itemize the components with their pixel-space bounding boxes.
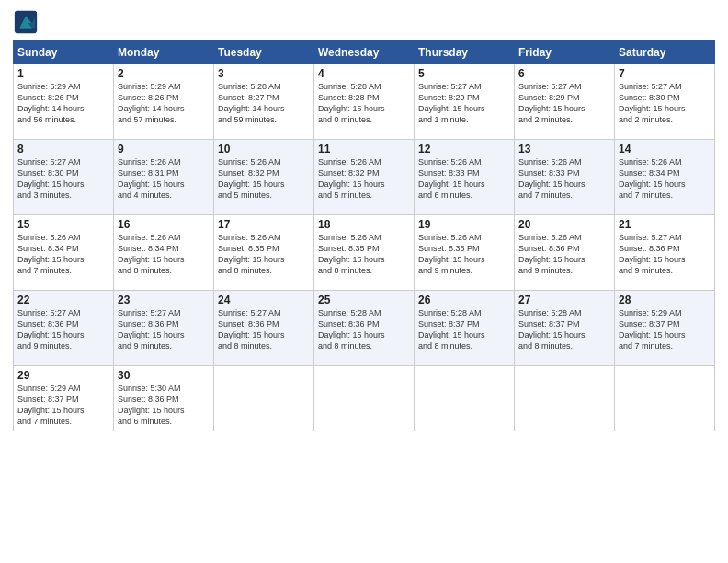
weekday-saturday: Saturday bbox=[615, 41, 715, 64]
day-info: Sunrise: 5:27 AMSunset: 8:29 PMDaylight:… bbox=[418, 81, 510, 126]
calendar-cell: 24Sunrise: 5:27 AMSunset: 8:36 PMDayligh… bbox=[214, 291, 314, 366]
calendar-cell: 21Sunrise: 5:27 AMSunset: 8:36 PMDayligh… bbox=[615, 215, 715, 291]
day-info: Sunrise: 5:26 AMSunset: 8:33 PMDaylight:… bbox=[418, 156, 510, 201]
day-info: Sunrise: 5:26 AMSunset: 8:32 PMDaylight:… bbox=[218, 156, 310, 201]
day-number: 27 bbox=[518, 293, 610, 306]
day-number: 14 bbox=[619, 143, 711, 155]
day-number: 12 bbox=[418, 143, 510, 155]
calendar-cell: 10Sunrise: 5:26 AMSunset: 8:32 PMDayligh… bbox=[214, 140, 314, 215]
day-number: 9 bbox=[118, 143, 210, 155]
day-info: Sunrise: 5:27 AMSunset: 8:36 PMDaylight:… bbox=[17, 307, 109, 352]
day-info: Sunrise: 5:27 AMSunset: 8:36 PMDaylight:… bbox=[118, 307, 210, 352]
day-number: 11 bbox=[318, 143, 410, 155]
logo-icon bbox=[13, 9, 39, 35]
day-info: Sunrise: 5:26 AMSunset: 8:35 PMDaylight:… bbox=[218, 232, 310, 277]
day-info: Sunrise: 5:27 AMSunset: 8:30 PMDaylight:… bbox=[619, 81, 711, 126]
calendar-cell: 25Sunrise: 5:28 AMSunset: 8:36 PMDayligh… bbox=[314, 291, 415, 366]
calendar-cell: 18Sunrise: 5:26 AMSunset: 8:35 PMDayligh… bbox=[314, 215, 415, 291]
day-info: Sunrise: 5:29 AMSunset: 8:26 PMDaylight:… bbox=[17, 81, 109, 126]
day-number: 3 bbox=[218, 67, 310, 80]
day-number: 21 bbox=[619, 218, 711, 231]
calendar-cell: 3Sunrise: 5:28 AMSunset: 8:27 PMDaylight… bbox=[214, 64, 314, 140]
weekday-friday: Friday bbox=[515, 41, 615, 64]
calendar-cell: 4Sunrise: 5:28 AMSunset: 8:28 PMDaylight… bbox=[314, 64, 415, 140]
day-info: Sunrise: 5:28 AMSunset: 8:28 PMDaylight:… bbox=[318, 81, 410, 126]
week-row-5: 29Sunrise: 5:29 AMSunset: 8:37 PMDayligh… bbox=[14, 366, 715, 431]
calendar-cell bbox=[415, 366, 515, 431]
day-number: 30 bbox=[118, 369, 210, 382]
weekday-header-row: SundayMondayTuesdayWednesdayThursdayFrid… bbox=[14, 41, 715, 64]
day-number: 26 bbox=[418, 293, 510, 306]
day-info: Sunrise: 5:26 AMSunset: 8:32 PMDaylight:… bbox=[318, 156, 410, 201]
day-number: 13 bbox=[518, 143, 610, 155]
day-number: 23 bbox=[118, 293, 210, 306]
day-number: 29 bbox=[17, 369, 109, 382]
calendar-cell: 7Sunrise: 5:27 AMSunset: 8:30 PMDaylight… bbox=[615, 64, 715, 140]
day-number: 8 bbox=[17, 143, 109, 155]
day-info: Sunrise: 5:26 AMSunset: 8:35 PMDaylight:… bbox=[418, 232, 510, 277]
day-info: Sunrise: 5:26 AMSunset: 8:36 PMDaylight:… bbox=[518, 232, 610, 277]
day-number: 20 bbox=[518, 218, 610, 231]
day-info: Sunrise: 5:26 AMSunset: 8:35 PMDaylight:… bbox=[318, 232, 410, 277]
day-info: Sunrise: 5:26 AMSunset: 8:31 PMDaylight:… bbox=[118, 156, 210, 201]
week-row-4: 22Sunrise: 5:27 AMSunset: 8:36 PMDayligh… bbox=[14, 291, 715, 366]
weekday-tuesday: Tuesday bbox=[214, 41, 314, 64]
day-info: Sunrise: 5:26 AMSunset: 8:34 PMDaylight:… bbox=[17, 232, 109, 277]
day-number: 4 bbox=[318, 67, 410, 80]
calendar-cell: 26Sunrise: 5:28 AMSunset: 8:37 PMDayligh… bbox=[415, 291, 515, 366]
calendar-cell: 17Sunrise: 5:26 AMSunset: 8:35 PMDayligh… bbox=[214, 215, 314, 291]
day-number: 2 bbox=[118, 67, 210, 80]
calendar-cell: 5Sunrise: 5:27 AMSunset: 8:29 PMDaylight… bbox=[415, 64, 515, 140]
day-info: Sunrise: 5:29 AMSunset: 8:26 PMDaylight:… bbox=[118, 81, 210, 126]
calendar-cell: 19Sunrise: 5:26 AMSunset: 8:35 PMDayligh… bbox=[415, 215, 515, 291]
day-info: Sunrise: 5:27 AMSunset: 8:29 PMDaylight:… bbox=[518, 81, 610, 126]
calendar-cell: 14Sunrise: 5:26 AMSunset: 8:34 PMDayligh… bbox=[615, 140, 715, 215]
weekday-thursday: Thursday bbox=[415, 41, 515, 64]
day-number: 15 bbox=[17, 218, 109, 231]
day-info: Sunrise: 5:27 AMSunset: 8:36 PMDaylight:… bbox=[619, 232, 711, 277]
calendar-cell: 8Sunrise: 5:27 AMSunset: 8:30 PMDaylight… bbox=[14, 140, 114, 215]
calendar-cell bbox=[615, 366, 715, 431]
calendar-cell: 15Sunrise: 5:26 AMSunset: 8:34 PMDayligh… bbox=[14, 215, 114, 291]
day-number: 10 bbox=[218, 143, 310, 155]
day-number: 5 bbox=[418, 67, 510, 80]
week-row-3: 15Sunrise: 5:26 AMSunset: 8:34 PMDayligh… bbox=[14, 215, 715, 291]
day-info: Sunrise: 5:26 AMSunset: 8:34 PMDaylight:… bbox=[619, 156, 711, 201]
day-info: Sunrise: 5:28 AMSunset: 8:36 PMDaylight:… bbox=[318, 307, 410, 352]
day-info: Sunrise: 5:27 AMSunset: 8:30 PMDaylight:… bbox=[17, 156, 109, 201]
weekday-monday: Monday bbox=[114, 41, 214, 64]
logo bbox=[13, 9, 40, 35]
day-number: 25 bbox=[318, 293, 410, 306]
page: SundayMondayTuesdayWednesdayThursdayFrid… bbox=[0, 0, 728, 563]
calendar-cell: 23Sunrise: 5:27 AMSunset: 8:36 PMDayligh… bbox=[114, 291, 214, 366]
calendar-cell: 16Sunrise: 5:26 AMSunset: 8:34 PMDayligh… bbox=[114, 215, 214, 291]
day-number: 18 bbox=[318, 218, 410, 231]
calendar-cell: 29Sunrise: 5:29 AMSunset: 8:37 PMDayligh… bbox=[14, 366, 114, 431]
calendar-cell: 13Sunrise: 5:26 AMSunset: 8:33 PMDayligh… bbox=[515, 140, 615, 215]
calendar-cell: 9Sunrise: 5:26 AMSunset: 8:31 PMDaylight… bbox=[114, 140, 214, 215]
week-row-1: 1Sunrise: 5:29 AMSunset: 8:26 PMDaylight… bbox=[14, 64, 715, 140]
day-info: Sunrise: 5:29 AMSunset: 8:37 PMDaylight:… bbox=[17, 383, 109, 428]
calendar-cell: 27Sunrise: 5:28 AMSunset: 8:37 PMDayligh… bbox=[515, 291, 615, 366]
calendar-cell: 11Sunrise: 5:26 AMSunset: 8:32 PMDayligh… bbox=[314, 140, 415, 215]
calendar-cell: 2Sunrise: 5:29 AMSunset: 8:26 PMDaylight… bbox=[114, 64, 214, 140]
day-info: Sunrise: 5:27 AMSunset: 8:36 PMDaylight:… bbox=[218, 307, 310, 352]
day-number: 19 bbox=[418, 218, 510, 231]
calendar-cell: 28Sunrise: 5:29 AMSunset: 8:37 PMDayligh… bbox=[615, 291, 715, 366]
week-row-2: 8Sunrise: 5:27 AMSunset: 8:30 PMDaylight… bbox=[14, 140, 715, 215]
calendar-cell: 12Sunrise: 5:26 AMSunset: 8:33 PMDayligh… bbox=[415, 140, 515, 215]
calendar-cell bbox=[214, 366, 314, 431]
calendar: SundayMondayTuesdayWednesdayThursdayFrid… bbox=[13, 40, 715, 431]
calendar-cell: 20Sunrise: 5:26 AMSunset: 8:36 PMDayligh… bbox=[515, 215, 615, 291]
calendar-cell: 30Sunrise: 5:30 AMSunset: 8:36 PMDayligh… bbox=[114, 366, 214, 431]
day-number: 7 bbox=[619, 67, 711, 80]
calendar-cell: 22Sunrise: 5:27 AMSunset: 8:36 PMDayligh… bbox=[14, 291, 114, 366]
day-number: 24 bbox=[218, 293, 310, 306]
weekday-wednesday: Wednesday bbox=[314, 41, 415, 64]
day-info: Sunrise: 5:30 AMSunset: 8:36 PMDaylight:… bbox=[118, 383, 210, 428]
calendar-cell: 1Sunrise: 5:29 AMSunset: 8:26 PMDaylight… bbox=[14, 64, 114, 140]
header bbox=[13, 9, 715, 35]
day-number: 16 bbox=[118, 218, 210, 231]
day-number: 1 bbox=[17, 67, 109, 80]
day-info: Sunrise: 5:26 AMSunset: 8:34 PMDaylight:… bbox=[118, 232, 210, 277]
